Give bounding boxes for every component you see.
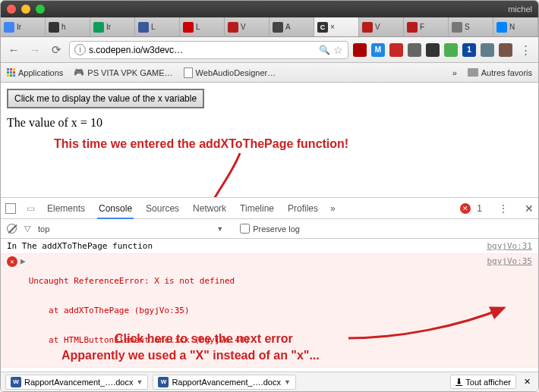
- preserve-log-checkbox[interactable]: Preserve log: [240, 224, 300, 234]
- devtools-tab-network[interactable]: Network: [191, 198, 228, 219]
- favicon: [228, 22, 238, 33]
- close-window-button[interactable]: [7, 5, 16, 14]
- extension-icon[interactable]: [499, 43, 512, 57]
- download-item-1[interactable]: W RapportAvancement_….docx ▼: [5, 375, 148, 390]
- page-output-text: The value of x = 10: [7, 116, 532, 130]
- browser-tab[interactable]: N: [493, 17, 538, 36]
- browser-tab[interactable]: V: [225, 17, 270, 36]
- annotation-1: This time we entered the addXToThePage f…: [54, 137, 348, 151]
- annotation-3: Apparently we used a "X" instead of an "…: [61, 349, 320, 362]
- browser-tab[interactable]: Ir: [90, 17, 135, 36]
- profile-name[interactable]: michel: [508, 5, 532, 14]
- bookmark-item-psvita[interactable]: 🎮 PS VITA VPK GAME…: [74, 67, 172, 77]
- browser-tab[interactable]: L: [180, 17, 225, 36]
- favicon: [93, 22, 104, 33]
- display-x-button[interactable]: Click me to display the value of the x v…: [7, 89, 204, 108]
- bookmark-overflow[interactable]: »: [452, 68, 457, 77]
- download-bar: W RapportAvancement_….docx ▼ W RapportAv…: [1, 372, 538, 391]
- browser-tab[interactable]: A: [270, 17, 314, 36]
- devtools-tab-elements[interactable]: Elements: [46, 198, 87, 219]
- filter-icon[interactable]: ▽: [24, 224, 30, 234]
- favicon: [183, 22, 194, 33]
- chevron-down-icon[interactable]: ▼: [284, 378, 291, 386]
- browser-tab[interactable]: L: [135, 17, 180, 36]
- extension-icon[interactable]: [426, 43, 440, 57]
- bookmark-item-webaudio[interactable]: WebAudioDesigner…: [184, 67, 276, 78]
- log-message: In The addXToThePage function: [7, 241, 487, 251]
- log-source-link[interactable]: bgyjVo:31: [487, 241, 532, 251]
- devtools-tabs-overflow[interactable]: »: [330, 203, 336, 214]
- search-in-page-icon[interactable]: 🔍: [319, 45, 330, 55]
- forward-button[interactable]: →: [27, 42, 43, 58]
- devtools-tab-console[interactable]: Console: [97, 198, 134, 219]
- devtools-settings-icon[interactable]: ⋮: [499, 203, 508, 214]
- other-bookmarks[interactable]: Autres favoris: [468, 68, 532, 77]
- show-all-downloads[interactable]: ⬇ Tout afficher: [450, 375, 516, 389]
- error-counter[interactable]: ✕ 1: [460, 203, 482, 214]
- device-toggle-icon[interactable]: ▭: [27, 203, 35, 214]
- minimize-window-button[interactable]: [21, 5, 30, 14]
- back-button[interactable]: ←: [5, 42, 22, 58]
- reload-button[interactable]: ⟳: [48, 42, 65, 58]
- browser-tab[interactable]: Ir: [1, 17, 46, 36]
- preserve-log-input[interactable]: [240, 224, 250, 234]
- favicon: [362, 22, 373, 33]
- extension-icon[interactable]: [444, 43, 458, 57]
- tab-label: L: [196, 23, 200, 31]
- bookmarks-bar: Applications 🎮 PS VITA VPK GAME… WebAudi…: [1, 63, 538, 83]
- favicon: [4, 22, 14, 33]
- address-bar: ← → ⟳ i s.codepen.io/w3devc… 🔍 ☆ M1 ⋮: [1, 37, 538, 63]
- context-selector[interactable]: top: [38, 224, 49, 234]
- maximize-window-button[interactable]: [36, 5, 45, 14]
- extension-icon[interactable]: [408, 43, 421, 57]
- browser-window: michel IrhIrLLVAC×VFSN ← → ⟳ i s.codepen…: [0, 0, 539, 392]
- console-log-row: In The addXToThePage function bgyjVo:31: [1, 239, 538, 254]
- annotation-2: Click here to see the next error: [115, 332, 293, 346]
- url-field[interactable]: i s.codepen.io/w3devc… 🔍 ☆: [69, 41, 348, 59]
- menu-button[interactable]: ⋮: [517, 42, 534, 58]
- error-source-link[interactable]: bgyjVo:35: [487, 256, 532, 365]
- expand-error-icon[interactable]: ▶: [20, 256, 26, 365]
- tab-label: Ir: [17, 23, 21, 31]
- context-dropdown-icon[interactable]: ▼: [216, 225, 223, 233]
- tab-label: S: [465, 23, 470, 31]
- tab-label: L: [151, 23, 156, 31]
- stack-frame-1[interactable]: at addXToThePage (bgyjVo:35): [29, 306, 487, 315]
- favicon: [49, 22, 59, 33]
- browser-tab[interactable]: V: [359, 17, 404, 36]
- tab-label: A: [285, 23, 291, 31]
- page-icon: [184, 67, 193, 78]
- extension-icon[interactable]: [353, 43, 367, 57]
- extension-icon[interactable]: M: [371, 43, 385, 57]
- devtools-tabs: ▭ Elements Console Sources Network Timel…: [1, 198, 538, 219]
- error-icon: ✕: [460, 203, 471, 214]
- favicon: C: [317, 22, 328, 33]
- download-icon: ⬇: [455, 377, 462, 387]
- favicon: [138, 22, 149, 33]
- devtools-close-icon[interactable]: ✕: [525, 202, 534, 215]
- browser-tab[interactable]: S: [449, 17, 493, 36]
- close-download-bar[interactable]: ✕: [521, 377, 534, 387]
- devtools-tab-profiles[interactable]: Profiles: [286, 198, 320, 219]
- url-text: s.codepen.io/w3devc…: [89, 45, 183, 55]
- titlebar: michel: [1, 1, 538, 17]
- bookmark-star-icon[interactable]: ☆: [333, 44, 343, 56]
- apps-shortcut[interactable]: Applications: [7, 68, 63, 77]
- extension-icon[interactable]: 1: [462, 43, 476, 57]
- extension-icon[interactable]: [389, 43, 403, 57]
- favicon: [407, 22, 418, 33]
- site-info-icon[interactable]: i: [74, 44, 86, 55]
- tab-label: h: [61, 23, 66, 31]
- browser-tab[interactable]: C×: [314, 17, 359, 36]
- extension-icon[interactable]: [481, 43, 494, 57]
- chevron-down-icon[interactable]: ▼: [137, 378, 143, 386]
- devtools-tab-timeline[interactable]: Timeline: [238, 198, 276, 219]
- download-item-2[interactable]: W RapportAvancement_….docx ▼: [153, 375, 295, 390]
- tab-label: F: [420, 23, 424, 31]
- browser-tab[interactable]: F: [404, 17, 449, 36]
- clear-console-icon[interactable]: [7, 224, 17, 234]
- browser-tab[interactable]: h: [46, 17, 90, 36]
- devtools-tab-sources[interactable]: Sources: [144, 198, 181, 219]
- inspect-element-icon[interactable]: [5, 203, 16, 214]
- error-icon: ✕: [7, 256, 17, 267]
